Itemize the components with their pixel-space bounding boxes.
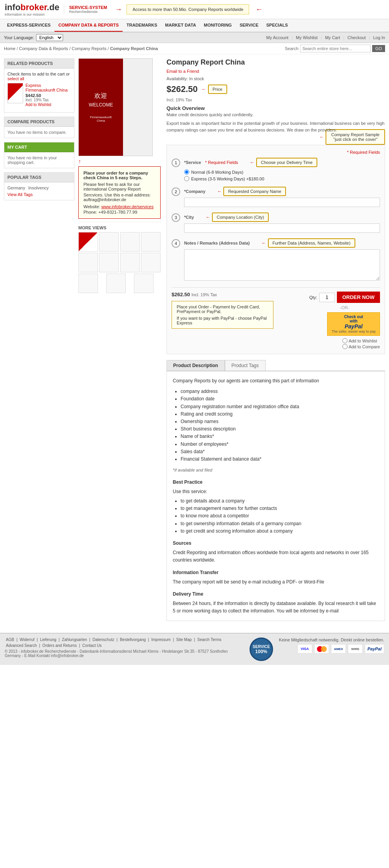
- thumb-9[interactable]: [78, 274, 98, 293]
- step-1-number: 1: [172, 158, 180, 167]
- nav-monitoring[interactable]: MONITORING: [200, 19, 235, 32]
- footer-link-lieferung[interactable]: Lieferung: [40, 637, 56, 642]
- product-tabs: Product Description Product Tags Company…: [166, 360, 385, 621]
- order-form: * Required Fields 1 *Service * Required …: [166, 145, 385, 354]
- service-sub-label: Recherchedienste: [69, 10, 107, 14]
- search-input[interactable]: [300, 45, 371, 52]
- nav-specials[interactable]: SPECIALS: [262, 19, 292, 32]
- tooltip-website-link[interactable]: www.infobroker.de/services: [101, 204, 154, 209]
- tab-footnote: *if available and filed: [173, 467, 379, 474]
- footer-links-line1: AGB | Widerruf | Lieferung | Zahlungsart…: [5, 637, 244, 642]
- add-compare-label[interactable]: Add to Compare: [342, 344, 380, 349]
- popular-tags-title: POPULAR TAGS: [4, 173, 74, 182]
- product-main-image[interactable]: 欢迎 WELCOME FirmenauskunftChina: [78, 58, 153, 156]
- add-wishlist-radio[interactable]: [342, 338, 347, 343]
- sources-text: Credit Reporting and information offices…: [173, 549, 379, 564]
- nav-company[interactable]: COMPANY DATA & REPORTS: [54, 19, 123, 32]
- footer-link-sitemap[interactable]: Site Map: [176, 637, 192, 642]
- email-friend-link[interactable]: Email to a Friend: [166, 69, 199, 74]
- thumb-8[interactable]: [141, 253, 161, 272]
- service-normal-radio[interactable]: [184, 169, 189, 175]
- thumb-2[interactable]: [99, 232, 119, 252]
- related-item-wishlist[interactable]: Add to Wishlist: [25, 103, 51, 107]
- footer-link-zahlungsarten[interactable]: Zahlungsarten: [62, 637, 87, 642]
- tag-insolvency[interactable]: Insolvency: [28, 185, 49, 190]
- paypal-checkout-button[interactable]: Check out with PayPal The safer, easier …: [327, 312, 380, 336]
- footer-link-impressum[interactable]: Impressum: [151, 637, 170, 642]
- breadcrumb-company-data[interactable]: Company Data & Reports: [19, 46, 68, 51]
- breadcrumb-company-reports[interactable]: Company Reports: [72, 46, 107, 51]
- footer-link-widerruf[interactable]: Widerruf: [20, 637, 34, 642]
- list-item: Short business description: [181, 425, 379, 433]
- qty-input[interactable]: [319, 293, 335, 302]
- tag-germany[interactable]: Germany: [7, 185, 25, 190]
- my-wishlist-link[interactable]: My Wishlist: [296, 35, 318, 40]
- service-normal-option[interactable]: Normal (6-8 Working Days): [184, 169, 380, 175]
- nav-trademarks[interactable]: TRADEMARKS: [123, 19, 161, 32]
- tab-intro: Company Reports by our agents are contai…: [173, 377, 379, 385]
- list-item: Sales data*: [181, 448, 379, 456]
- add-compare-link[interactable]: Add to Compare: [349, 344, 380, 349]
- step4-label-row: Notes / Remarks (Address Data) ← Further…: [184, 238, 380, 248]
- logo-broker: broker: [20, 2, 47, 12]
- step2-label: *Company: [184, 189, 205, 194]
- footer-link-agb[interactable]: AGB: [6, 637, 14, 642]
- add-wishlist-label[interactable]: Add to Wishlist: [342, 338, 380, 343]
- step4-label: Notes / Remarks (Address Data): [184, 241, 250, 245]
- view-all-tags-link[interactable]: View All Tags: [7, 192, 71, 197]
- my-account-link[interactable]: My Account: [266, 35, 289, 40]
- main-nav: EXPRESS-SERVICES COMPANY DATA & REPORTS …: [0, 19, 389, 32]
- delivery-arrow: ←: [250, 160, 255, 165]
- my-cart-link[interactable]: My Cart: [325, 35, 340, 40]
- nav-market[interactable]: MARKET DATA: [161, 19, 200, 32]
- thumb-5[interactable]: [78, 253, 98, 272]
- no-membership-text: Keine Mitgliedschaft notwendig. Direkt o…: [279, 637, 384, 642]
- breadcrumb-home[interactable]: Home: [4, 46, 15, 51]
- thumb-3[interactable]: [120, 232, 140, 252]
- thumb-11[interactable]: [134, 274, 154, 293]
- search-label: Search: [285, 46, 299, 51]
- footer-link-orders[interactable]: Orders and Returns: [42, 643, 77, 648]
- nav-express[interactable]: EXPRESS-SERVICES: [3, 19, 54, 32]
- order-now-button[interactable]: ORDER NOW: [337, 292, 380, 303]
- list-item: to know more about a competitor: [181, 512, 379, 520]
- login-link[interactable]: Log In: [373, 35, 385, 40]
- add-wishlist-link[interactable]: Add to Wishlist: [349, 339, 377, 343]
- search-button[interactable]: GO: [372, 45, 385, 52]
- related-item-info: Express Firmenauskunft China $442.50 Inc…: [25, 83, 71, 107]
- checkout-link[interactable]: Checkout: [347, 35, 365, 40]
- company-input[interactable]: [184, 198, 380, 207]
- notes-textarea[interactable]: [184, 249, 380, 281]
- footer-link-datenschutz[interactable]: Datenschutz: [92, 637, 114, 642]
- nav-service[interactable]: SERVICE: [236, 19, 262, 32]
- add-compare-radio[interactable]: [342, 344, 347, 349]
- thumb-4[interactable]: [141, 232, 161, 252]
- select-all-link[interactable]: select all: [7, 76, 24, 81]
- related-item: Express Firmenauskunft China $442.50 Inc…: [7, 83, 71, 107]
- tab-description[interactable]: Product Description: [166, 360, 225, 371]
- breadcrumb: Home / Company Data & Reports / Company …: [4, 46, 158, 51]
- footer-link-bestellvorgang[interactable]: Bestellvorgang: [120, 637, 146, 642]
- footer-links-line2: Advanced Search | Orders and Returns | C…: [5, 643, 244, 648]
- lang-label: Your Language:: [4, 35, 34, 40]
- thumb-1[interactable]: [78, 232, 98, 252]
- book-chinese-chars: 欢迎: [94, 92, 107, 100]
- service-express-radio[interactable]: [184, 176, 189, 181]
- lang-select[interactable]: English Deutsch: [36, 34, 63, 41]
- list-item: Name of banks*: [181, 433, 379, 440]
- thumb-10[interactable]: [106, 274, 126, 293]
- up-arrow-icon: ↑: [78, 158, 81, 164]
- tab-tags[interactable]: Product Tags: [225, 360, 266, 371]
- sidebar: RELATED PRODUCTS Check items to add to t…: [4, 58, 74, 625]
- logo-info: info: [5, 2, 20, 12]
- step2-label-row: *Company ← Requested Company Name: [184, 187, 380, 196]
- city-input[interactable]: [184, 223, 380, 233]
- tooltip-line2: Sercvices. Use this e-mail address: auft…: [83, 193, 156, 202]
- thumb-6[interactable]: [99, 253, 119, 272]
- footer-link-advanced-search[interactable]: Advanced Search: [6, 643, 37, 648]
- footer-link-search[interactable]: Search Terms: [197, 637, 221, 642]
- thumb-7[interactable]: [120, 253, 140, 272]
- service-express-option[interactable]: Express (3-5 Working Days) +$180.00: [184, 176, 380, 181]
- lang-right: My Account | My Wishlist | My Cart | Che…: [266, 35, 385, 40]
- footer-link-contact[interactable]: Contact Us: [82, 643, 101, 648]
